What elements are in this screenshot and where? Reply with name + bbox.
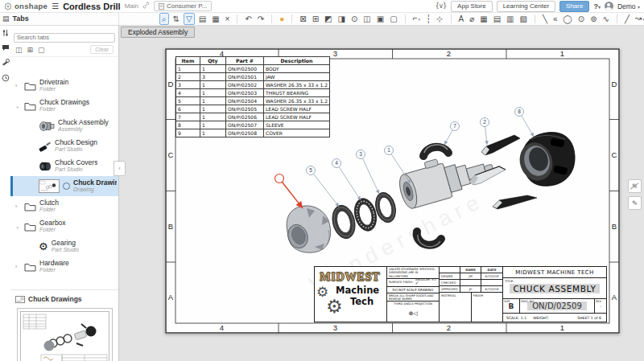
break-out-section-icon[interactable]: ▣	[375, 14, 386, 24]
center-mark-icon[interactable]: ⊹	[435, 14, 444, 24]
break-line-icon[interactable]: ∿	[601, 14, 611, 24]
drawing-sheet[interactable]: 44332211DDCCBBAA Wondershare	[165, 48, 620, 334]
part-jaw-3[interactable]	[493, 195, 537, 209]
onshape-logo-icon	[4, 2, 12, 10]
size-label: SIZE	[504, 300, 510, 303]
hide-annotations-icon[interactable]: ✎	[628, 179, 642, 193]
dimension-icon[interactable]: ⌐▾	[411, 13, 422, 25]
filter-part-studio-icon[interactable]: ◫	[15, 46, 23, 54]
detailed-list-icon[interactable]: ▦	[210, 14, 221, 24]
filter-assembly-icon[interactable]: ⊞	[27, 46, 34, 54]
close-filter-icon[interactable]: ×	[224, 14, 232, 24]
tab-item-chuck-design[interactable]: Chuck DesignPart Studio	[10, 136, 118, 156]
section-view-icon[interactable]: ◨	[336, 14, 347, 24]
user-menu[interactable]: Demo ▾	[617, 2, 640, 10]
comments-icon[interactable]	[2, 44, 10, 51]
drawing-number[interactable]: ON/D/02509	[527, 302, 587, 310]
onshape-logo[interactable]: onshape	[4, 2, 47, 10]
clear-filters-button[interactable]: Clear	[90, 45, 114, 54]
bom-table-icon[interactable]: ▤	[492, 14, 502, 24]
sort-tabs-icon[interactable]: ⇅	[171, 14, 181, 24]
share-button[interactable]: Share	[559, 1, 589, 12]
table-icon[interactable]: ▦	[478, 14, 489, 24]
auxiliary-view-icon[interactable]: ◩	[323, 14, 333, 24]
part-jaw-1[interactable]	[481, 135, 520, 155]
bom-table[interactable]: ItemQtyPart #Description11ON/P/02500BODY…	[175, 56, 330, 137]
projected-view-icon[interactable]: ⊞	[311, 14, 320, 24]
title-block-right: MIDWEST MACHINE TECH TITLE: CHUCK ASSEMB…	[503, 267, 606, 322]
workspace-label[interactable]: Main	[125, 2, 138, 10]
drawing-title[interactable]: CHUCK ASSEMBLY	[510, 284, 599, 293]
note-icon[interactable]: A	[457, 14, 466, 24]
circle-double-icon[interactable]: ⊚	[588, 14, 598, 24]
bom-row[interactable]: 41ON/P/02503THRUST BEARING	[176, 89, 330, 97]
collapsed-caret-icon[interactable]: ›	[15, 83, 21, 88]
expanded-caret-icon[interactable]: ⌄	[15, 103, 21, 109]
tab-item-gearing[interactable]: ⚙GearingPart Studio	[10, 236, 118, 256]
help-menu-button[interactable]: ?▾	[593, 2, 601, 10]
link-icon[interactable]	[142, 2, 150, 10]
tab-item-drivetrain[interactable]: ›DrivetrainFolder	[10, 76, 118, 96]
redo-icon[interactable]: ↷	[256, 14, 266, 24]
circle-center-icon[interactable]: ⊙	[576, 14, 586, 24]
leader-icon[interactable]: ╱	[623, 14, 631, 24]
bom-row[interactable]: 91ON/P/02508COVER	[176, 129, 330, 137]
part-sleeve[interactable]	[515, 133, 575, 187]
bom-row[interactable]: 31ON/P/02502WASHER 26.35 x 33 x 1.2	[176, 81, 330, 89]
tab-item-chuck-covers[interactable]: Chuck CoversPart Studio	[10, 156, 118, 176]
document-menu-icon[interactable]: ☰	[52, 2, 59, 10]
circle-icon[interactable]: ◯	[562, 14, 574, 24]
inspection-symbol-icon[interactable]: ⌀	[468, 14, 476, 24]
tab-manager-icon[interactable]	[2, 29, 9, 37]
crop-view-icon[interactable]: ▢	[388, 14, 398, 24]
hole-table-icon[interactable]: ▥	[505, 14, 515, 24]
collapsed-caret-icon[interactable]: ›	[15, 264, 21, 269]
bom-row[interactable]: 61ON/P/02505LEAD SCREW HALF	[176, 105, 330, 113]
part-lead-screw-top[interactable]	[423, 145, 448, 156]
detail-view-icon[interactable]: ⊙	[349, 14, 359, 24]
bom-row[interactable]: 81ON/P/02507SLEEVE	[176, 121, 330, 129]
bom-row[interactable]: 51ON/P/02504WASHER 26.35 x 33 x 1.2	[176, 97, 330, 105]
custom-tools-icon[interactable]	[2, 59, 10, 67]
balloon-new[interactable]	[275, 174, 284, 183]
sheet-tab[interactable]: Exploded Assembly	[121, 27, 195, 38]
tab-item-chuck-assembly[interactable]: Chuck AssemblyAssembly	[10, 116, 118, 136]
search-tabs-input[interactable]	[14, 33, 115, 43]
tab-item-hardware[interactable]: ›HardwareFolder	[10, 256, 118, 277]
revision-table-icon[interactable]: ▧	[518, 14, 529, 24]
broken-view-icon[interactable]: ◫	[361, 14, 372, 24]
bom-header: Qty	[200, 57, 226, 65]
bom-row[interactable]: 71ON/P/02506LEAD SCREW HALF	[176, 113, 330, 121]
undo-icon[interactable]: ↶	[243, 14, 253, 24]
linked-document-tab[interactable]: Consumer P...	[154, 1, 212, 11]
edit-annotation-icon[interactable]: ✎	[628, 196, 642, 210]
bom-row[interactable]: 11ON/P/02500BODY	[176, 65, 330, 73]
collapsed-caret-icon[interactable]: ›	[15, 203, 21, 209]
collapse-panel-button[interactable]: ‹	[114, 161, 126, 176]
tab-item-chuck-drawings[interactable]: Chuck DrawingsDrawing	[10, 176, 118, 196]
chamfer-note-icon[interactable]: «	[551, 14, 559, 24]
preview-thumbnail[interactable]: ⚙	[17, 308, 113, 361]
tab-item-clutch[interactable]: ›ClutchFolder	[10, 196, 118, 216]
user-avatar[interactable]	[605, 2, 613, 10]
bom-row[interactable]: 23ON/P/02501JAW	[176, 73, 330, 81]
app-store-button[interactable]: App Store	[451, 1, 493, 12]
part-washer-5[interactable]	[329, 203, 358, 240]
compact-list-icon[interactable]: ▤	[197, 14, 208, 24]
centerline-icon[interactable]: ┆	[424, 14, 432, 24]
history-icon[interactable]	[2, 74, 10, 82]
tab-item-gearbox[interactable]: ⌄GearboxFolder	[10, 216, 118, 236]
insert-view-icon[interactable]: ⊠	[298, 14, 308, 24]
featurescript-icon[interactable]: {v}	[436, 2, 447, 10]
sketch-icon[interactable]: ●	[278, 14, 286, 24]
part-cover[interactable]	[285, 206, 331, 252]
tab-item-chuck-drawings[interactable]: ⌄Chuck DrawingsFolder	[10, 96, 118, 116]
expanded-caret-icon[interactable]: ⌄	[15, 224, 21, 230]
spline-icon[interactable]: ↝▾	[634, 13, 644, 25]
search-tabs-icon[interactable]: ⌕	[159, 13, 169, 25]
filter-tabs-icon[interactable]: ▽	[184, 13, 195, 25]
line-icon[interactable]: ╲	[541, 14, 549, 24]
learning-center-button[interactable]: Learning Center	[497, 1, 555, 12]
filter-drawing-icon[interactable]: ▢	[38, 46, 45, 54]
drawing-canvas[interactable]: Exploded Assembly	[119, 25, 644, 361]
